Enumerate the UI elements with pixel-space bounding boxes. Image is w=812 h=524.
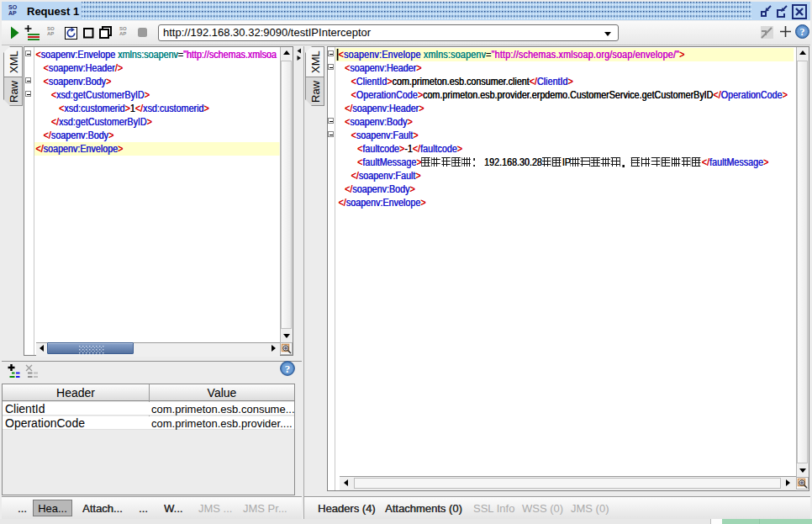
svg-text:?: ? bbox=[800, 26, 805, 38]
svg-text:?: ? bbox=[285, 363, 291, 375]
